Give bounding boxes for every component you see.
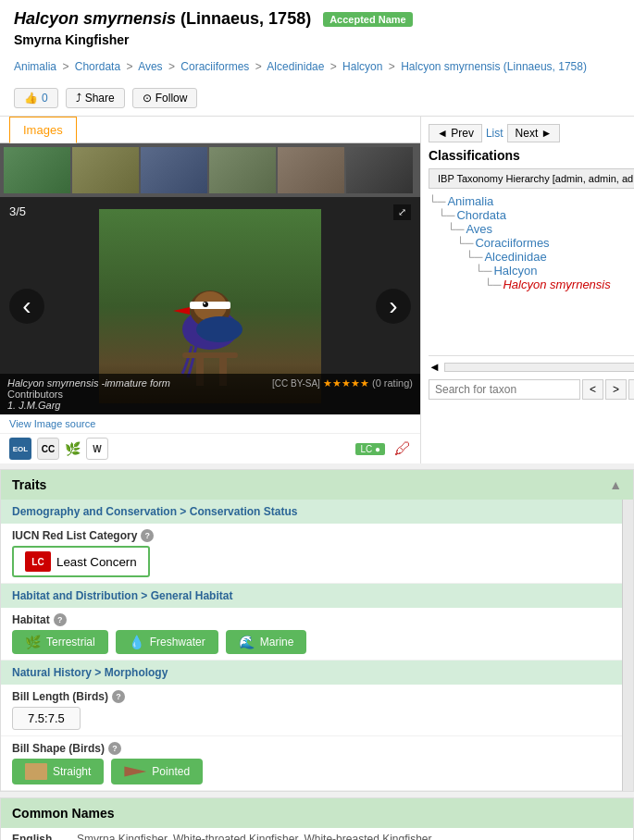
prev-button[interactable]: ◄ Prev (429, 124, 482, 142)
breadcrumb: Animalia > Chordata > Aves > Coraciiform… (14, 53, 620, 80)
author-text: 1. J.M.Garg (7, 400, 413, 411)
taxon-search-input[interactable] (429, 379, 580, 400)
cc-logo-icon: CC (37, 438, 59, 460)
caption-text: Halcyon smyrnensis -immature form (7, 377, 170, 389)
view-source-link[interactable]: View Image source (9, 418, 95, 429)
traits-section: Traits ▲ Demography and Conservation > C… (0, 469, 634, 792)
next-button[interactable]: Next ► (507, 124, 561, 142)
image-counter: 3/5 (9, 204, 26, 218)
bill-length-value-container: 7.5:7.5 (12, 707, 611, 730)
english-names: Smyrna Kingfisher, White-throated Kingfi… (66, 828, 633, 840)
bill-length-info-icon[interactable]: ? (112, 690, 125, 703)
taxon-lt-button[interactable]: < (582, 379, 603, 400)
scroll-left-icon[interactable]: ◄ (429, 360, 441, 374)
left-panel: Images 3/5 ⤢ ‹ (0, 117, 421, 463)
taxon-search-button[interactable]: Search (628, 379, 634, 400)
breadcrumb-animalia[interactable]: Animalia (14, 60, 56, 73)
thumb-up-icon: 👍 (24, 92, 38, 105)
general-habitat-link[interactable]: General Habitat (151, 589, 233, 602)
svg-point-7 (204, 303, 205, 304)
tree-item-chordata[interactable]: └─ Chordata (429, 208, 634, 222)
terrestrial-label: Terrestrial (46, 636, 95, 649)
next-image-button[interactable]: › (376, 289, 411, 324)
iucn-trait: IUCN Red List Category ? LC Least Concer… (1, 524, 622, 584)
habitat-group-header[interactable]: Habitat and Distribution > General Habit… (1, 584, 622, 608)
bill-length-label: Bill Length (Birds) ? (12, 690, 611, 703)
tree-item-coraciiformes[interactable]: └─ Coraciiformes (429, 236, 634, 250)
habitat-dist-link[interactable]: Habitat and Distribution (12, 589, 138, 602)
thumbnail-5[interactable] (278, 147, 344, 193)
horizontal-scrollbar[interactable] (444, 363, 634, 372)
tab-bar: Images (0, 117, 420, 143)
common-names-section: Common Names English Smyrna Kingfisher, … (0, 797, 634, 840)
bill-shape-info-icon[interactable]: ? (108, 742, 121, 755)
share-label: Share (85, 92, 115, 105)
like-button[interactable]: 👍 0 (14, 88, 58, 108)
freshwater-icon: 💧 (129, 635, 144, 649)
traits-body: Demography and Conservation > Conservati… (1, 500, 633, 791)
scroll-arrow: ▲ (609, 477, 622, 492)
follow-button[interactable]: ⊙ Follow (132, 88, 198, 108)
svg-rect-9 (182, 352, 238, 358)
natural-history-link[interactable]: Natural History (12, 666, 92, 679)
expand-button[interactable]: ⤢ (393, 204, 411, 220)
freshwater-button[interactable]: 💧 Freshwater (116, 630, 218, 654)
terrestrial-icon: 🌿 (25, 635, 41, 649)
habitat-info-icon[interactable]: ? (54, 613, 67, 626)
natural-history-group-header[interactable]: Natural History > Morphology (1, 661, 622, 685)
thumbnail-3[interactable] (141, 147, 207, 193)
author-name: (Linnaeus, 1758) (180, 9, 311, 28)
rating-text: (0 rating) (372, 377, 413, 389)
thumbnail-6[interactable] (346, 147, 413, 193)
iucn-label: IUCN Red List Category ? (12, 529, 611, 542)
share-button[interactable]: ⤴ Share (66, 88, 125, 108)
breadcrumb-aves[interactable]: Aves (138, 60, 162, 73)
thumbnail-4[interactable] (209, 147, 276, 193)
tree-item-halcyon[interactable]: └─ Halcyon (429, 264, 634, 278)
tab-images[interactable]: Images (9, 117, 77, 143)
marine-button[interactable]: 🌊 Marine (226, 630, 307, 654)
cc-icon: [CC BY-SA] (272, 378, 320, 389)
breadcrumb-halcyon[interactable]: Halcyon (342, 60, 382, 73)
contributors-label: Contributors (7, 389, 413, 400)
main-content: Images 3/5 ⤢ ‹ (0, 117, 634, 463)
breadcrumb-alcedinidae[interactable]: Alcedinidae (267, 60, 324, 73)
tree-item-aves[interactable]: └─ Aves (429, 222, 634, 236)
breadcrumb-coraciiformes[interactable]: Coraciiformes (180, 60, 249, 73)
lc-square: LC (25, 551, 51, 572)
taxonomy-tree: └─ Animalia └─ Chordata └─ Aves └─ Corac… (429, 194, 634, 352)
demography-group-header[interactable]: Demography and Conservation > Conservati… (1, 500, 622, 524)
feather-icon: 🖊 (394, 439, 411, 459)
breadcrumb-chordata[interactable]: Chordata (75, 60, 120, 73)
demography-link[interactable]: Demography and Conservation (12, 505, 177, 518)
tree-item-alcedinidae[interactable]: └─ Alcedinidae (429, 250, 634, 264)
thumbnail-1[interactable] (4, 147, 70, 193)
prev-image-button[interactable]: ‹ (9, 289, 44, 324)
svg-point-8 (196, 316, 242, 342)
least-concern-button[interactable]: LC Least Concern (12, 546, 150, 577)
list-button[interactable]: List (486, 127, 503, 140)
bill-length-trait: Bill Length (Birds) ? 7.5:7.5 (1, 685, 622, 736)
taxon-gt-button[interactable]: > (605, 379, 627, 400)
traits-scrollbar[interactable] (622, 500, 633, 791)
like-count: 0 (42, 92, 48, 105)
pointed-button[interactable]: Pointed (111, 759, 203, 784)
breadcrumb-species[interactable]: Halcyon smyrnensis (Linnaeus, 1758) (401, 60, 587, 73)
thumbnail-2[interactable] (72, 147, 139, 193)
species-title: Halcyon smyrnensis (Linnaeus, 1758) Acce… (14, 9, 620, 29)
taxonomy-dropdown[interactable]: IBP Taxonomy Hierarchy [admin, admin, ad… (429, 168, 634, 189)
tree-item-animalia[interactable]: └─ Animalia (429, 194, 634, 208)
straight-button[interactable]: Straight (12, 759, 104, 784)
tree-nav: ◄ Prev List Next ► (429, 124, 634, 142)
pointed-icon (124, 763, 146, 780)
iucn-info-icon[interactable]: ? (141, 529, 154, 542)
terrestrial-button[interactable]: 🌿 Terrestrial (12, 630, 108, 654)
morphology-link[interactable]: Morphology (105, 666, 168, 679)
follow-label: Follow (155, 92, 188, 105)
right-panel: ◄ Prev List Next ► Classifications IBP T… (421, 117, 634, 463)
tree-item-species[interactable]: └─ Halcyon smyrnensis (429, 278, 634, 291)
tree-hscroll: ◄ ► (429, 355, 634, 374)
bill-shape-trait: Bill Shape (Birds) ? Straight Pointed (1, 736, 622, 791)
svg-rect-4 (190, 302, 230, 309)
conservation-link[interactable]: Conservation Status (190, 505, 298, 518)
